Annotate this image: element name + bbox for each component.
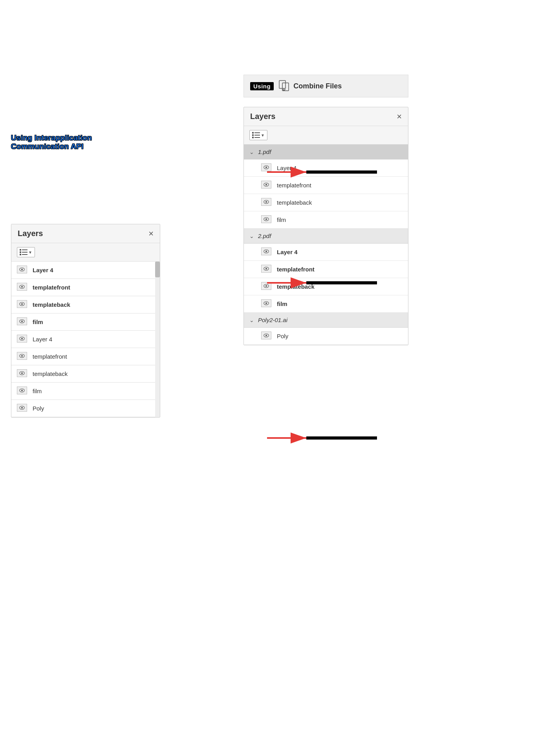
layer-name: Layer 4 <box>33 336 52 343</box>
right-list-view-dropdown-arrow: ▼ <box>261 133 265 137</box>
layer-name: templateback <box>33 370 68 377</box>
eye-icon[interactable] <box>261 198 271 207</box>
layer-name: Layer 4 <box>33 267 53 273</box>
arrow-to-2pdf <box>267 275 377 291</box>
eye-icon[interactable] <box>17 369 27 378</box>
file-group-header[interactable]: ⌄ 2.pdf <box>244 229 408 244</box>
right-layer-item: film <box>244 211 408 229</box>
svg-rect-28 <box>252 137 254 138</box>
left-panel-toolbar: ▼ <box>11 243 160 262</box>
svg-point-35 <box>265 184 267 185</box>
right-panel-title: Layers <box>250 112 276 121</box>
svg-rect-27 <box>252 134 254 136</box>
right-layers-panel: Layers × ▼ ⌄ 1.pdf Layer <box>243 107 408 345</box>
svg-rect-30 <box>254 135 260 136</box>
using-interapplication-text: Using Interapplication <box>11 134 92 142</box>
svg-rect-5 <box>22 254 27 255</box>
svg-point-43 <box>265 268 267 269</box>
left-panel-close-button[interactable]: × <box>148 229 154 238</box>
svg-rect-1 <box>20 251 21 253</box>
eye-icon[interactable] <box>261 247 271 257</box>
eye-icon[interactable] <box>17 404 27 413</box>
list-view-icon <box>20 249 27 255</box>
svg-point-23 <box>21 407 23 409</box>
left-list-view-button[interactable]: ▼ <box>17 247 35 257</box>
eye-icon[interactable] <box>17 387 27 396</box>
svg-point-9 <box>21 286 23 288</box>
svg-point-21 <box>21 390 23 391</box>
communication-api-text: Communication API <box>11 142 92 151</box>
svg-point-37 <box>265 201 267 203</box>
eye-icon[interactable] <box>261 332 271 341</box>
svg-rect-26 <box>252 132 254 134</box>
left-layer-item: templatefront <box>11 348 160 365</box>
svg-point-49 <box>265 335 267 336</box>
eye-icon[interactable] <box>261 181 271 190</box>
combine-files-icon <box>278 80 290 92</box>
layer-name: Poly <box>277 333 288 339</box>
layer-name: templatefront <box>33 353 67 360</box>
layer-name: film <box>33 388 42 394</box>
file-group-header[interactable]: ⌄ Poly2-01.ai <box>244 313 408 328</box>
eye-icon[interactable] <box>261 265 271 274</box>
eye-icon[interactable] <box>261 299 271 308</box>
left-layer-item: film <box>11 313 160 331</box>
svg-rect-4 <box>22 252 27 253</box>
svg-point-17 <box>21 355 23 357</box>
eye-icon[interactable] <box>261 215 271 224</box>
right-layer-item: Layer 4 <box>244 244 408 261</box>
file-name: 2.pdf <box>258 233 271 239</box>
left-layer-item: templateback <box>11 296 160 313</box>
eye-icon[interactable] <box>17 266 27 275</box>
svg-point-47 <box>265 302 267 304</box>
left-layer-item: Layer 4 <box>11 262 160 279</box>
chevron-down-icon: ⌄ <box>249 233 254 239</box>
left-layer-item: film <box>11 383 160 400</box>
layer-name: templateback <box>277 199 312 206</box>
layer-name: Layer 4 <box>277 249 298 255</box>
interapplication-label: Using Interapplication Communication API <box>11 134 92 151</box>
eye-icon[interactable] <box>17 335 27 344</box>
left-panel-header: Layers × <box>11 224 160 243</box>
right-panel-wrapper: Using Combine Files Layers × <box>243 75 408 345</box>
svg-rect-0 <box>20 249 21 251</box>
right-list-view-button[interactable]: ▼ <box>249 130 267 140</box>
svg-point-15 <box>21 338 23 339</box>
svg-point-11 <box>21 303 23 305</box>
combine-icon-svg <box>278 80 290 92</box>
chevron-down-icon: ⌄ <box>249 149 254 155</box>
layer-name: film <box>277 301 287 307</box>
left-layer-item: templateback <box>11 365 160 383</box>
right-layer-item: film <box>244 295 408 313</box>
eye-icon[interactable] <box>17 317 27 326</box>
right-list-view-icon <box>252 132 260 138</box>
svg-rect-31 <box>254 137 260 138</box>
eye-icon[interactable] <box>17 352 27 361</box>
left-panel-title: Layers <box>18 229 43 238</box>
left-scrollbar[interactable] <box>155 262 160 417</box>
layer-name: templateback <box>33 301 70 308</box>
svg-point-39 <box>265 218 267 220</box>
file-name: 1.pdf <box>258 148 271 155</box>
left-layers-panel: Layers × ▼ Layer 4 templatefront <box>11 224 160 418</box>
svg-point-13 <box>21 321 23 322</box>
right-panel-close-button[interactable]: × <box>397 112 402 121</box>
left-scroll-thumb[interactable] <box>155 262 160 277</box>
chevron-down-icon: ⌄ <box>249 317 254 323</box>
layer-name: film <box>277 216 286 223</box>
layer-name: film <box>33 319 43 325</box>
eye-icon[interactable] <box>17 283 27 292</box>
right-panel-toolbar: ▼ <box>244 126 408 145</box>
svg-rect-29 <box>254 132 260 133</box>
file-group-header[interactable]: ⌄ 1.pdf <box>244 145 408 159</box>
right-layer-item: templateback <box>244 194 408 211</box>
svg-point-7 <box>21 269 23 270</box>
left-layer-item: Poly <box>11 400 160 417</box>
right-layer-item: Poly <box>244 328 408 345</box>
right-panel-header: Layers × <box>244 107 408 126</box>
file-name: Poly2-01.ai <box>258 317 287 323</box>
svg-point-41 <box>265 251 267 252</box>
svg-rect-3 <box>22 249 27 250</box>
arrow-to-1pdf <box>267 164 377 180</box>
eye-icon[interactable] <box>17 300 27 309</box>
